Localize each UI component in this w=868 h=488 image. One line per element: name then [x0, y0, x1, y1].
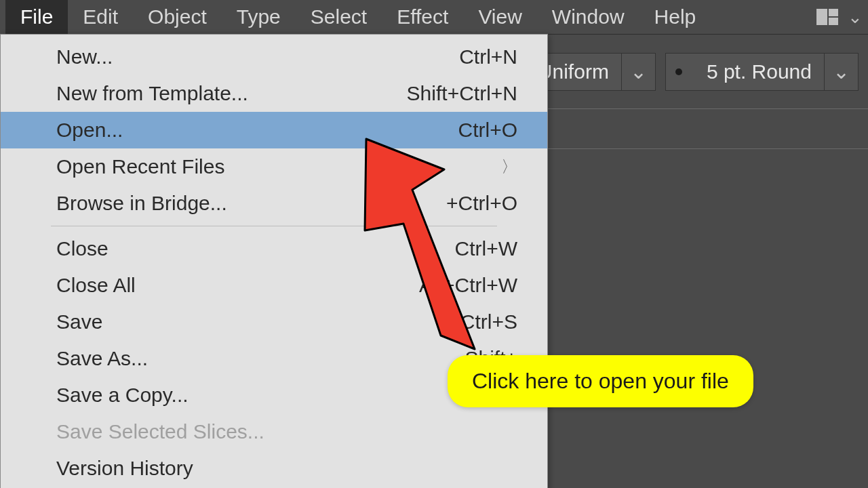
menu-object[interactable]: Object: [133, 0, 222, 34]
menu-window[interactable]: Window: [537, 0, 639, 34]
brush-dot-icon: [675, 68, 682, 75]
menu-type[interactable]: Type: [222, 0, 296, 34]
menu-item-open[interactable]: Open... Ctrl+O: [1, 112, 547, 148]
menu-select[interactable]: Select: [296, 0, 382, 34]
chevron-down-icon[interactable]: ⌄: [848, 7, 863, 28]
brush-label: 5 pt. Round: [694, 60, 824, 83]
menu-separator: [51, 226, 497, 226]
menu-item-browse-bridge[interactable]: Browse in Bridge... +Ctrl+O: [1, 185, 547, 222]
submenu-arrow-icon: 〉: [501, 156, 517, 178]
workspace-switcher-icon[interactable]: [816, 9, 838, 25]
menu-item-save-slices: Save Selected Slices...: [1, 413, 547, 450]
instruction-tooltip: Click here to open your file: [448, 355, 753, 407]
menu-item-save[interactable]: Save Ctrl+S: [1, 304, 547, 340]
chevron-down-icon[interactable]: ⌄: [824, 54, 858, 90]
chevron-down-icon[interactable]: ⌄: [621, 54, 655, 90]
menu-view[interactable]: View: [463, 0, 536, 34]
menu-effect[interactable]: Effect: [382, 0, 463, 34]
menu-help[interactable]: Help: [639, 0, 711, 34]
menu-item-close[interactable]: Close Ctrl+W: [1, 230, 547, 267]
menu-file[interactable]: File: [5, 0, 68, 34]
menu-item-close-all[interactable]: Close All Alt+Ctrl+W: [1, 267, 547, 304]
file-menu-dropdown: New... Ctrl+N New from Template... Shift…: [0, 34, 548, 488]
menu-item-open-recent[interactable]: Open Recent Files 〉: [1, 148, 547, 185]
menu-item-new-template[interactable]: New from Template... Shift+Ctrl+N: [1, 75, 547, 112]
menu-edit[interactable]: Edit: [68, 0, 133, 34]
menu-item-version-history[interactable]: Version History: [1, 450, 547, 487]
menu-item-new[interactable]: New... Ctrl+N: [1, 39, 547, 75]
menubar: File Edit Object Type Select Effect View…: [0, 0, 868, 34]
brush-dropdown[interactable]: 5 pt. Round ⌄: [665, 53, 859, 91]
